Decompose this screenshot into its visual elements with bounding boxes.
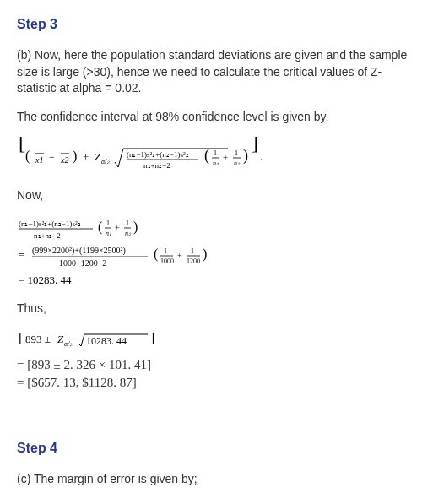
svg-text:=: = bbox=[19, 248, 24, 261]
svg-text:1: 1 bbox=[164, 247, 167, 255]
svg-text:(: ( bbox=[25, 149, 30, 164]
svg-text:[: [ bbox=[19, 331, 23, 345]
svg-text:(: ( bbox=[204, 147, 209, 165]
ci-result-line3: = [$657. 13, $1128. 87] bbox=[17, 376, 416, 390]
step3-section: Step 3 (b) Now, here the population stan… bbox=[17, 17, 416, 390]
svg-text:1: 1 bbox=[106, 219, 110, 227]
svg-text:10283. 44: 10283. 44 bbox=[86, 335, 127, 347]
svg-text:]: ] bbox=[150, 331, 154, 345]
svg-text:x1: x1 bbox=[35, 155, 43, 165]
pooled-variance-calc: (n₁−1)s²₁+(n₂−1)s²₂ n₁+n₂−2 ( 1 n₁ + 1 n… bbox=[17, 216, 416, 292]
svg-text:1: 1 bbox=[126, 219, 129, 227]
svg-text:n₁+n₂−2: n₁+n₂−2 bbox=[34, 231, 61, 240]
svg-text:): ) bbox=[73, 149, 77, 164]
now-label: Now, bbox=[17, 187, 416, 204]
svg-text:±: ± bbox=[83, 150, 89, 163]
svg-text:n₂: n₂ bbox=[125, 230, 132, 237]
svg-text:): ) bbox=[243, 147, 248, 165]
svg-text:(: ( bbox=[154, 247, 158, 262]
svg-text:.: . bbox=[260, 150, 263, 163]
svg-text:1000+1200−2: 1000+1200−2 bbox=[59, 258, 106, 268]
step3-title: Step 3 bbox=[17, 17, 416, 32]
svg-text:x2: x2 bbox=[60, 155, 68, 165]
svg-text:n₂: n₂ bbox=[234, 160, 241, 167]
svg-text:= 10283. 44: = 10283. 44 bbox=[19, 274, 72, 286]
step3-ci-text: The confidence interval at 98% confidenc… bbox=[17, 109, 416, 126]
svg-text:+: + bbox=[115, 223, 120, 232]
svg-text:n₁: n₁ bbox=[213, 160, 219, 167]
ci-result-line2: = [893 ± 2. 326 × 101. 41] bbox=[17, 358, 416, 372]
svg-text:(n₁−1)s²₁+(n₂−1)s²₂: (n₁−1)s²₁+(n₂−1)s²₂ bbox=[19, 219, 81, 228]
svg-text:−: − bbox=[49, 151, 55, 163]
svg-text:n₁: n₁ bbox=[106, 230, 111, 237]
svg-text:[: [ bbox=[19, 137, 25, 154]
svg-text:+: + bbox=[223, 152, 228, 162]
step4-section: Step 4 (c) The margin of error is given … bbox=[17, 441, 416, 504]
svg-text:]: ] bbox=[252, 137, 258, 154]
svg-text:1200: 1200 bbox=[187, 257, 200, 265]
svg-text:(n₁−1)s²₁+(n₂−1)s²₂: (n₁−1)s²₁+(n₂−1)s²₂ bbox=[127, 150, 189, 159]
svg-text:+: + bbox=[177, 251, 182, 260]
svg-text:Z: Z bbox=[57, 333, 64, 345]
svg-text:893 ±: 893 ± bbox=[25, 333, 51, 345]
svg-text:): ) bbox=[133, 219, 138, 235]
svg-text:1: 1 bbox=[214, 149, 217, 157]
svg-text:1: 1 bbox=[191, 247, 194, 255]
svg-text:(999×2200²)+(1199×2500²): (999×2200²)+(1199×2500²) bbox=[32, 246, 126, 256]
svg-text:α/₂: α/₂ bbox=[101, 158, 110, 165]
svg-text:): ) bbox=[203, 247, 207, 262]
step4-intro: (c) The margin of error is given by; bbox=[17, 471, 416, 488]
ci-result: [ 893 ± Z α/₂ 10283. 44 ] bbox=[17, 329, 416, 350]
moe-formula: Z α/₂ (n₁−1)s²₁+(n₂−1)s²₂ n₁+n₂−2 ( 1 n₁… bbox=[17, 499, 416, 504]
svg-text:α/₂: α/₂ bbox=[64, 340, 73, 348]
svg-text:1000: 1000 bbox=[160, 257, 174, 265]
svg-text:1: 1 bbox=[235, 149, 238, 157]
svg-text:(: ( bbox=[98, 219, 102, 235]
step4-title: Step 4 bbox=[17, 441, 416, 456]
svg-text:n₁+n₂−2: n₁+n₂−2 bbox=[143, 161, 170, 170]
thus-label: Thus, bbox=[17, 301, 416, 317]
ci-formula: [ ( — x1 − — x2 ) ± Z α/₂ (n₁−1)s²₁+(n₂−… bbox=[17, 137, 416, 179]
svg-text:Z: Z bbox=[95, 150, 101, 163]
step3-intro: (b) Now, here the population standard de… bbox=[17, 47, 416, 97]
